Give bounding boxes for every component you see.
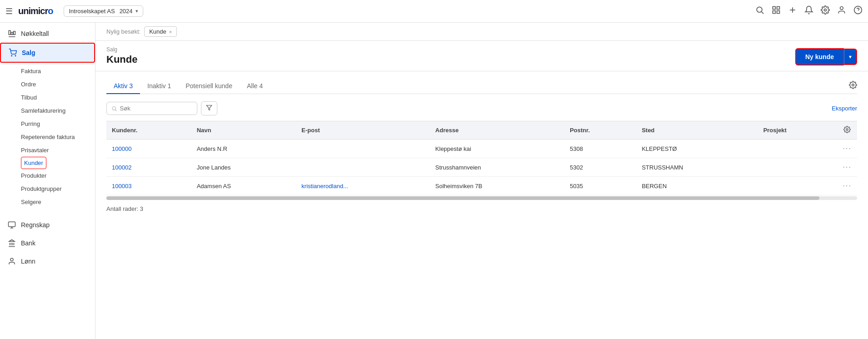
svg-line-28 <box>115 110 117 111</box>
page-subtitle: Salg <box>106 46 137 53</box>
svg-rect-3 <box>777 7 780 10</box>
svg-point-16 <box>11 55 12 56</box>
sidebar-item-repeterende-faktura[interactable]: Repeterende faktura <box>21 130 95 144</box>
filter-icon <box>206 105 212 111</box>
cell-sted: BERGEN <box>636 177 758 195</box>
svg-marker-24 <box>9 240 15 242</box>
sidebar-salg-subitems: Faktura Ordre Tilbud Samlefakturering Pu… <box>0 65 95 209</box>
cell-adresse: Solheimsviken 7B <box>430 177 564 195</box>
cart-icon <box>8 48 17 57</box>
page-header-left: Salg Kunde <box>106 46 137 65</box>
table-header-row: Kundenr. Navn E-post Adresse Postnr. Ste… <box>106 121 857 140</box>
hamburger-icon[interactable]: ☰ <box>5 6 13 16</box>
cell-navn: Anders N.R <box>191 140 296 158</box>
new-customer-dropdown-button[interactable]: ▾ <box>844 49 857 65</box>
sidebar-item-ordre[interactable]: Ordre <box>21 78 95 91</box>
row-more-button[interactable]: ··· <box>838 177 857 195</box>
col-prosjekt: Prosjekt <box>758 121 838 140</box>
svg-rect-4 <box>773 11 776 14</box>
bell-icon[interactable] <box>804 5 813 17</box>
page-title: Kunde <box>106 54 137 65</box>
svg-rect-18 <box>9 222 15 227</box>
col-navn: Navn <box>191 121 296 140</box>
export-link[interactable]: Eksporter <box>832 105 857 112</box>
col-kundenr: Kundenr. <box>106 121 191 140</box>
chevron-down-icon: ▾ <box>135 8 138 14</box>
table-settings-icon[interactable] <box>849 81 857 91</box>
sidebar-item-selgere[interactable]: Selgere <box>21 195 95 209</box>
sidebar-item-prisavtaler[interactable]: Prisavtaler <box>21 144 95 157</box>
sidebar-item-tilbud[interactable]: Tilbud <box>21 91 95 104</box>
svg-point-17 <box>15 55 16 56</box>
col-sted: Sted <box>636 121 758 140</box>
svg-point-0 <box>757 7 762 12</box>
cell-kundenr: 100003 <box>106 177 191 195</box>
lonn-icon <box>7 257 16 266</box>
sidebar-item-purring[interactable]: Purring <box>21 117 95 130</box>
sidebar-item-nokkeltall-label: Nøkkeltall <box>21 30 49 37</box>
grid-icon[interactable] <box>772 5 781 17</box>
customers-table: Kundenr. Navn E-post Adresse Postnr. Ste… <box>106 121 857 195</box>
tab-inaktiv[interactable]: Inaktiv 1 <box>140 79 178 94</box>
customer-link[interactable]: 100003 <box>112 183 131 189</box>
sidebar-top-section: Nøkkeltall Salg <box>0 23 95 65</box>
row-more-button[interactable]: ··· <box>838 140 857 158</box>
sidebar-item-lonn-label: Lønn <box>21 258 35 265</box>
user-icon[interactable] <box>837 5 846 17</box>
company-year: 2024 <box>120 8 133 15</box>
recently-visited-label: Nylig besøkt: <box>106 28 140 35</box>
sidebar-item-produktgrupper[interactable]: Produktgrupper <box>21 182 95 195</box>
cell-epost <box>296 158 430 177</box>
sidebar-item-regnskap-label: Regnskap <box>21 221 50 229</box>
topbar: ☰ unimicro Introselskapet AS 2024 ▾ <box>0 0 868 23</box>
new-customer-button[interactable]: Ny kunde <box>795 48 844 65</box>
sidebar-item-produkter[interactable]: Produkter <box>21 169 95 182</box>
sidebar-item-kunder[interactable]: Kunder <box>21 157 46 169</box>
breadcrumb-tab-kunde[interactable]: Kunde × <box>144 26 177 37</box>
gear-icon[interactable] <box>821 5 830 17</box>
sidebar-item-salg-label: Salg <box>22 49 35 56</box>
company-selector[interactable]: Introselskapet AS 2024 ▾ <box>64 5 143 17</box>
tab-bar: Aktiv 3 Inaktiv 1 Potensiell kunde Alle … <box>106 71 857 94</box>
sidebar-item-regnskap[interactable]: Regnskap <box>0 216 95 234</box>
cell-adresse: Kleppestø kai <box>430 140 564 158</box>
customer-link[interactable]: 100002 <box>112 164 131 171</box>
company-name: Introselskapet AS <box>69 8 115 15</box>
table-row: 100000 Anders N.R Kleppestø kai 5308 KLE… <box>106 140 857 158</box>
search-bar: Eksporter <box>106 101 857 115</box>
sidebar-item-faktura[interactable]: Faktura <box>21 65 95 78</box>
svg-rect-12 <box>9 30 10 35</box>
bank-icon <box>7 239 16 248</box>
horizontal-scrollbar[interactable] <box>106 196 857 200</box>
cell-kundenr: 100000 <box>106 140 191 158</box>
sidebar-item-nokkeltall[interactable]: Nøkkeltall <box>0 25 95 43</box>
customer-link[interactable]: 100000 <box>112 145 131 152</box>
row-more-button[interactable]: ··· <box>838 158 857 177</box>
svg-line-1 <box>762 12 764 14</box>
cell-prosjekt <box>758 140 838 158</box>
tab-aktiv[interactable]: Aktiv 3 <box>106 79 140 94</box>
search-icon[interactable] <box>755 5 764 17</box>
sidebar: Nøkkeltall Salg Faktura Ordre Tilbud Sam… <box>0 23 95 339</box>
email-link[interactable]: kristianerodland... <box>301 183 348 189</box>
cell-postnr: 5302 <box>564 158 636 177</box>
search-input[interactable] <box>120 105 192 112</box>
sidebar-item-bank[interactable]: Bank <box>0 234 95 252</box>
col-adresse: Adresse <box>430 121 564 140</box>
tab-alle[interactable]: Alle 4 <box>240 79 270 94</box>
search-icon <box>111 105 117 112</box>
sidebar-item-samlefakturering[interactable]: Samlefakturering <box>21 104 95 117</box>
tab-potensiell-kunde[interactable]: Potensiell kunde <box>178 79 240 94</box>
scroll-thumb[interactable] <box>106 196 819 200</box>
search-input-wrap[interactable] <box>106 102 197 115</box>
cell-sted: KLEPPESTØ <box>636 140 758 158</box>
table-row: 100002 Jone Landes Strusshamnveien 5302 … <box>106 158 857 177</box>
sidebar-item-salg[interactable]: Salg <box>0 43 95 63</box>
plus-icon[interactable] <box>788 5 797 17</box>
sidebar-item-lonn[interactable]: Lønn <box>0 252 95 270</box>
help-icon[interactable] <box>853 5 863 17</box>
topbar-actions <box>755 5 863 17</box>
filter-button[interactable] <box>201 101 217 115</box>
close-icon[interactable]: × <box>169 29 172 35</box>
cell-navn: Adamsen AS <box>191 177 296 195</box>
